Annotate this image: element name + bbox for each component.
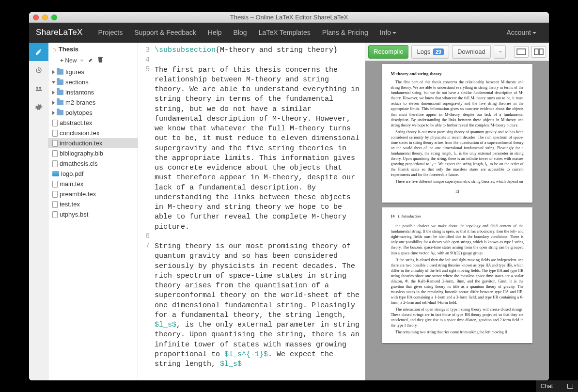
- file-icon: [52, 120, 58, 126]
- file-icon: [52, 150, 58, 157]
- svg-point-1: [39, 87, 41, 89]
- folder-icon: [57, 110, 63, 115]
- menu-projects[interactable]: Projects: [93, 29, 129, 36]
- disclosure-triangle-icon[interactable]: [52, 101, 55, 105]
- new-file-button[interactable]: + New: [60, 57, 84, 64]
- pdf-page: M-theory and string theory The first par…: [382, 64, 532, 203]
- disclosure-triangle-icon[interactable]: [52, 111, 55, 115]
- rail-history-button[interactable]: [29, 61, 48, 79]
- rename-button[interactable]: [88, 57, 94, 64]
- image-icon: [52, 171, 59, 176]
- file-abstract-tex[interactable]: abstract.tex: [48, 118, 138, 128]
- file-dmathesis-cls[interactable]: dmathesis.cls: [48, 158, 138, 169]
- titlebar: Thesis – Online LaTeX Editor ShareLaTeX: [29, 12, 549, 23]
- folder-sections[interactable]: sections: [48, 77, 138, 87]
- file-logo-pdf[interactable]: logo.pdf: [48, 169, 138, 179]
- chevron-down-icon: [392, 32, 396, 34]
- pdf-viewer[interactable]: M-theory and string theory The first par…: [365, 61, 549, 380]
- chevron-down-icon: [532, 32, 536, 34]
- file-icon: [52, 181, 58, 188]
- svg-rect-4: [539, 49, 543, 55]
- tree-item-label: logo.pdf: [61, 170, 83, 177]
- file-icon: [52, 130, 58, 137]
- pdf-toolbar: Recompile Logs29 Download: [365, 43, 549, 61]
- file-tree: ⌂ Thesis + New figuressectionsinstantons…: [48, 43, 138, 380]
- layout-split-button[interactable]: [531, 46, 546, 58]
- recompile-button[interactable]: Recompile: [368, 45, 408, 59]
- file-introduction-tex[interactable]: introduction.tex: [48, 138, 138, 148]
- tree-item-label: instantons: [65, 89, 94, 96]
- folder-polytopes[interactable]: polytopes: [48, 108, 138, 118]
- tree-item-label: figures: [65, 68, 84, 76]
- file-test-tex[interactable]: test.tex: [48, 199, 138, 209]
- menubar: ShareLaTeX ProjectsSupport & FeedbackHel…: [29, 23, 549, 42]
- tree-item-label: polytopes: [65, 109, 93, 116]
- file-preamble-tex[interactable]: preamble.tex: [48, 189, 138, 199]
- brand-logo[interactable]: ShareLaTeX: [36, 28, 83, 37]
- tree-item-label: main.tex: [60, 180, 83, 188]
- delete-button[interactable]: [98, 57, 103, 64]
- folder-icon: [57, 100, 63, 105]
- tree-item-label: utphys.bst: [60, 211, 88, 218]
- tree-item-label: preamble.tex: [60, 190, 96, 198]
- tree-item-label: sections: [65, 78, 89, 86]
- window-title: Thesis – Online LaTeX Editor ShareLaTeX: [29, 14, 549, 21]
- account-menu[interactable]: Account: [500, 29, 542, 36]
- rail-share-button[interactable]: [29, 79, 48, 98]
- chat-icon: [567, 384, 573, 389]
- tree-item-label: abstract.tex: [60, 119, 92, 126]
- tree-item-label: m2-branes: [65, 99, 95, 106]
- folder-icon: [57, 79, 63, 85]
- file-icon: [52, 160, 58, 167]
- svg-rect-2: [517, 49, 526, 55]
- disclosure-triangle-icon[interactable]: [52, 81, 56, 83]
- rail-settings-button[interactable]: [29, 98, 48, 116]
- file-utphys-bst[interactable]: utphys.bst: [48, 209, 138, 220]
- svg-point-0: [36, 87, 38, 89]
- logs-count-badge: 29: [433, 48, 444, 55]
- folder-instantons[interactable]: instantons: [48, 87, 138, 97]
- chevron-down-icon: [80, 60, 84, 62]
- disclosure-triangle-icon[interactable]: [52, 70, 55, 74]
- pdf-heading: M-theory and string theory: [391, 71, 524, 77]
- code-editor[interactable]: 34567 \subsubsection{M-theory and string…: [138, 43, 365, 380]
- file-conclusion-tex[interactable]: conclusion.tex: [48, 128, 138, 138]
- chevron-down-icon: [499, 51, 502, 53]
- pdf-page-number: 13: [391, 189, 524, 194]
- left-rail: [29, 43, 48, 380]
- file-icon: [52, 211, 58, 218]
- tree-item-label: introduction.tex: [60, 140, 102, 147]
- file-main-tex[interactable]: main.tex: [48, 179, 138, 189]
- menu-info[interactable]: Info: [374, 29, 402, 36]
- rail-edit-button[interactable]: [29, 43, 48, 61]
- menu-support-feedback[interactable]: Support & Feedback: [128, 29, 202, 36]
- tree-item-label: test.tex: [60, 201, 80, 208]
- folder-figures[interactable]: figures: [48, 67, 138, 77]
- download-button[interactable]: Download: [452, 45, 491, 59]
- project-name: Thesis: [59, 46, 78, 53]
- file-bibliography-bib[interactable]: bibliography.bib: [48, 148, 138, 158]
- menu-help[interactable]: Help: [202, 29, 228, 36]
- folder-icon: [57, 69, 63, 75]
- chat-toggle[interactable]: Chat: [536, 380, 578, 392]
- menu-latex-templates[interactable]: LaTeX Templates: [253, 29, 316, 36]
- folder-m2-branes[interactable]: m2-branes: [48, 97, 138, 108]
- pdf-page: 14 1. Introduction the possible choices …: [382, 207, 532, 343]
- logs-button[interactable]: Logs29: [411, 45, 449, 59]
- tree-item-label: bibliography.bib: [60, 150, 103, 157]
- tree-item-label: conclusion.tex: [60, 129, 99, 137]
- folder-icon: [57, 90, 63, 95]
- menu-plans-pricing[interactable]: Plans & Pricing: [316, 29, 374, 36]
- pdf-running-head: 14 1. Introduction: [391, 214, 524, 220]
- disclosure-triangle-icon[interactable]: [52, 91, 55, 94]
- file-icon: [52, 201, 58, 208]
- svg-rect-3: [534, 49, 538, 55]
- layout-full-button[interactable]: [514, 46, 529, 58]
- menu-blog[interactable]: Blog: [228, 29, 253, 36]
- tree-item-label: dmathesis.cls: [60, 160, 98, 167]
- home-icon: ⌂: [52, 46, 56, 53]
- file-icon: [52, 140, 58, 147]
- download-menu-button[interactable]: [494, 45, 506, 59]
- file-icon: [52, 191, 58, 198]
